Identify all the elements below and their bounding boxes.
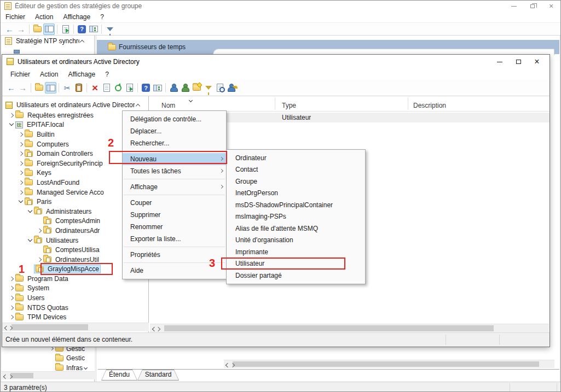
submenu-item-contact[interactable]: Contact: [227, 164, 365, 176]
ad-menu-fichier[interactable]: Fichier: [5, 69, 35, 80]
expand-chevron-icon[interactable]: [9, 113, 14, 118]
expand-chevron-icon[interactable]: [9, 314, 14, 320]
menu-item-affichage[interactable]: Affichage: [123, 181, 226, 193]
expand-chevron-icon[interactable]: [9, 285, 14, 291]
menu-item-rechercher[interactable]: Rechercher...: [123, 137, 226, 149]
restore-button[interactable]: [523, 1, 542, 11]
ad-tree-hscrollbar[interactable]: [2, 323, 149, 331]
export-list-button[interactable]: [60, 24, 71, 35]
collapse-chevron-icon[interactable]: [27, 238, 33, 243]
expand-chevron-icon[interactable]: [18, 161, 24, 166]
scroll-up-icon[interactable]: [79, 38, 85, 44]
find-button[interactable]: [214, 82, 225, 93]
scrollbar-thumb[interactable]: [11, 324, 88, 330]
expand-chevron-icon[interactable]: [9, 295, 14, 301]
help-button[interactable]: ?: [76, 24, 88, 35]
delete-button[interactable]: ×: [89, 82, 101, 93]
submenu-item-dossier-partage[interactable]: Dossier partagé: [227, 270, 365, 282]
tree-item-tpm-devices[interactable]: TPM Devices: [2, 312, 148, 322]
back-button[interactable]: ←: [4, 24, 15, 35]
expand-chevron-icon[interactable]: [37, 228, 42, 233]
collapse-chevron-icon[interactable]: [18, 199, 24, 204]
scrollbar-thumb[interactable]: [164, 325, 494, 331]
gpmc-menu-fichier[interactable]: Fichier: [1, 11, 30, 22]
tree-item-system[interactable]: System: [2, 284, 148, 294]
menu-item-exporter[interactable]: Exporter la liste...: [123, 233, 226, 245]
paste-button[interactable]: [73, 82, 84, 93]
expand-chevron-icon[interactable]: [18, 170, 24, 175]
submenu-item-imprimante[interactable]: Imprimante: [227, 246, 365, 258]
submenu-item-inetorgperson[interactable]: InetOrgPerson: [227, 188, 365, 200]
column-divider[interactable]: [408, 97, 408, 110]
ad-list-hscrollbar[interactable]: [150, 324, 549, 332]
tab-etendu[interactable]: Étendu: [101, 370, 137, 381]
expand-chevron-icon[interactable]: [18, 142, 24, 147]
expand-chevron-icon[interactable]: [18, 180, 24, 185]
expand-chevron-icon[interactable]: [9, 276, 14, 282]
gpmc-tree-hscrollbar[interactable]: [2, 371, 95, 379]
expand-chevron-icon[interactable]: [18, 190, 24, 195]
console-tree-button[interactable]: [45, 82, 56, 93]
column-header-nom[interactable]: Nom: [161, 102, 175, 109]
menu-item-deplacer[interactable]: Déplacer...: [123, 125, 226, 137]
close-button[interactable]: ×: [528, 55, 546, 69]
submenu-item-msimaging-psps[interactable]: msImaging-PSPs: [227, 211, 365, 223]
menu-item-supprimer[interactable]: Supprimer: [123, 209, 226, 221]
console-tree-button[interactable]: [43, 24, 55, 35]
submenu-item-msds-shadowprincipalcontainer[interactable]: msDS-ShadowPrincipalContainer: [227, 199, 365, 211]
scroll-down-icon[interactable]: [84, 366, 88, 370]
submenu-item-unite-organisation[interactable]: Unité d'organisation: [227, 235, 365, 247]
scrollbar-thumb[interactable]: [233, 361, 539, 367]
collapse-chevron-icon[interactable]: [27, 209, 33, 214]
ad-menu-aide[interactable]: ?: [100, 69, 114, 80]
scroll-right-icon[interactable]: [8, 374, 13, 379]
scroll-up-icon[interactable]: [135, 102, 141, 108]
forward-button[interactable]: →: [15, 24, 27, 35]
ad-menu-affichage[interactable]: Affichage: [63, 69, 100, 80]
export-list-button[interactable]: [124, 82, 135, 93]
back-button[interactable]: ←: [5, 82, 17, 93]
filter-button[interactable]: [104, 24, 115, 35]
menu-item-delegation[interactable]: Délégation de contrôle...: [123, 113, 226, 125]
ad-menu-action[interactable]: Action: [35, 69, 63, 80]
menu-item-renommer[interactable]: Renommer: [123, 221, 226, 233]
submenu-item-alias-msmq[interactable]: Alias de file d'attente MSMQ: [227, 223, 365, 235]
expand-chevron-icon[interactable]: [18, 151, 24, 156]
gpmc-result-hscrollbar[interactable]: [224, 360, 554, 368]
gpmc-menu-affichage[interactable]: Affichage: [58, 11, 95, 22]
maximize-button[interactable]: [509, 55, 528, 69]
ad-tree-root[interactable]: Utilisateurs et ordinateurs Active Direc…: [2, 100, 148, 110]
gpmc-menu-aide[interactable]: ?: [95, 11, 109, 22]
menu-item-couper[interactable]: Couper: [123, 197, 226, 209]
refresh-button[interactable]: [112, 82, 124, 93]
extended-view-button[interactable]: [152, 82, 163, 93]
gpmc-tree-item-ntp[interactable]: Stratégie NTP synchron: [2, 36, 94, 46]
minimize-button[interactable]: [490, 55, 509, 69]
collapse-chevron-icon[interactable]: [9, 122, 14, 127]
cut-button[interactable]: ✂: [61, 82, 73, 93]
column-header-description[interactable]: Description: [413, 102, 446, 109]
column-header-type[interactable]: Type: [282, 102, 296, 109]
delegate-button[interactable]: [225, 82, 237, 93]
tree-item-ntds-quotas[interactable]: NTDS Quotas: [2, 303, 148, 313]
gpmc-tree-item[interactable]: Gestic: [50, 354, 95, 364]
help-button[interactable]: ?: [140, 82, 152, 93]
menu-item-toutes-les-taches[interactable]: Toutes les tâches: [123, 165, 226, 177]
new-ou-button[interactable]: [191, 82, 203, 93]
scrollbar-thumb[interactable]: [10, 373, 33, 378]
expand-chevron-icon[interactable]: [18, 132, 24, 137]
up-one-level-button[interactable]: [32, 24, 43, 35]
up-one-level-button[interactable]: [33, 82, 45, 93]
filter-button[interactable]: [203, 82, 214, 93]
forward-button[interactable]: →: [17, 82, 28, 93]
column-divider[interactable]: [275, 97, 275, 110]
minimize-button[interactable]: [505, 1, 523, 11]
tree-item-users[interactable]: Users: [2, 293, 148, 303]
scroll-right-icon[interactable]: [155, 326, 161, 332]
tab-standard[interactable]: Standard: [137, 370, 179, 381]
expand-chevron-icon[interactable]: [37, 257, 42, 262]
scroll-right-icon[interactable]: [8, 325, 13, 331]
expand-chevron-icon[interactable]: [9, 305, 14, 311]
new-group-button[interactable]: [180, 82, 191, 93]
scroll-right-icon[interactable]: [230, 362, 235, 368]
